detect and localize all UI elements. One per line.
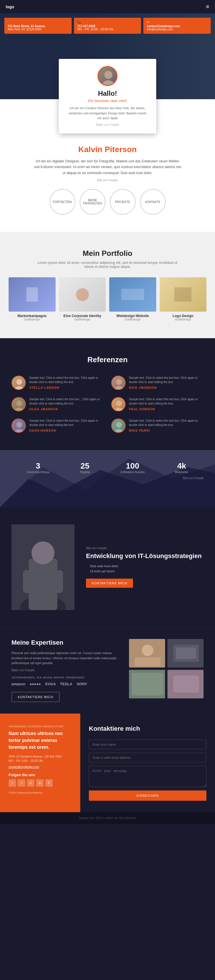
ref-name-3: OLGA JMANOVA bbox=[29, 407, 104, 411]
email-line1: contact@mydesign.com bbox=[147, 25, 207, 28]
expertise-photo-3 bbox=[129, 670, 165, 698]
stat-item-3: 100 Zufriedene Kunden bbox=[120, 461, 145, 474]
ref-text-1: Sample text. Click to select the text bo… bbox=[29, 375, 104, 384]
brand-tesla: TESLA bbox=[60, 682, 72, 686]
svg-rect-22 bbox=[56, 570, 63, 593]
stat-label-1: Cover Abschlüsse bbox=[27, 471, 50, 474]
portfolio-item-1[interactable]: Markenkampagne Grafikdesign bbox=[9, 277, 56, 321]
contact-col: Kontaktiere mich EINREICHEN bbox=[80, 714, 215, 812]
it-list-item-1: Duis aute irure dolor bbox=[86, 564, 202, 568]
contact-title: Kontaktiere mich bbox=[89, 725, 206, 732]
portfolio-cat-4: Grafikdesign bbox=[160, 318, 207, 321]
social-pinterest[interactable]: P bbox=[45, 779, 53, 787]
ref-name-1: STELLA LARSON bbox=[29, 386, 104, 389]
footer-text: Sample text. Click to select the Text El… bbox=[11, 816, 204, 819]
social-google[interactable]: G bbox=[27, 779, 34, 787]
about-name: Kalvin Piterson bbox=[17, 145, 198, 154]
portfolio-title-2: Eine Corporate Identity bbox=[59, 314, 106, 318]
stat-label-3: Zufriedene Kunden bbox=[120, 471, 145, 474]
social-twitter[interactable]: ✓ bbox=[18, 779, 25, 787]
social-facebook[interactable]: f bbox=[9, 779, 16, 787]
profile-subtitle: Ein bisschen über mich bbox=[67, 99, 148, 103]
expertise-contact-button[interactable]: KONTAKTIERE MICH bbox=[11, 692, 59, 702]
contact-email-input[interactable] bbox=[89, 753, 206, 762]
expertise-text: Placerat orci nulla pellentesque digniss… bbox=[11, 651, 117, 666]
bottom-section: ABONNIERE UNSEREN NEWSLETTER Nam ultrice… bbox=[0, 714, 215, 812]
hamburger-menu-icon[interactable]: ≡ bbox=[206, 3, 209, 10]
newsletter-email[interactable]: contact@mydesign.com bbox=[9, 765, 72, 768]
photo-grid bbox=[129, 639, 204, 698]
logo: logo bbox=[6, 5, 14, 9]
portfolio-title-1: Markenkampagne bbox=[9, 314, 56, 318]
ref-avatar-2 bbox=[111, 375, 125, 390]
stats-bar: 3 Cover Abschlüsse 25 Projekte 100 Zufri… bbox=[11, 461, 204, 474]
brand-sony: SONY bbox=[77, 682, 87, 686]
newsletter-address: 3045-19 Sunshine Avenue, +29 456-7890 bbox=[9, 755, 72, 758]
expertise-photo-2 bbox=[167, 639, 204, 668]
portfolio-thumb-4 bbox=[160, 277, 207, 312]
ref-name-4: PAUL HOBSON bbox=[129, 407, 204, 411]
svg-point-6 bbox=[16, 401, 22, 406]
social-linkedin[interactable]: in bbox=[36, 779, 43, 787]
stat-item-4: 4k Mitarbeiter bbox=[175, 461, 188, 474]
portfolio-thumb-1 bbox=[9, 277, 56, 312]
contact-submit-button[interactable]: EINREICHEN bbox=[89, 791, 206, 801]
svg-rect-25 bbox=[135, 657, 160, 666]
portfolio-item-4[interactable]: Logo Design Grafikdesign bbox=[160, 277, 207, 321]
portfolio-item-2[interactable]: Eine Corporate Identity Grafikdesign bbox=[59, 277, 106, 321]
stat-num-2: 25 bbox=[80, 461, 90, 471]
ref-avatar-3 bbox=[11, 397, 26, 411]
stat-num-3: 100 bbox=[120, 461, 145, 471]
btn-fahigkeiten[interactable]: MEINE FÄHIGKEITEN bbox=[80, 189, 106, 215]
svg-rect-21 bbox=[23, 570, 30, 593]
contact-message-input[interactable] bbox=[89, 766, 206, 787]
expertise-content: Meine Expertisen Placerat orci nulla pel… bbox=[11, 639, 117, 702]
svg-point-12 bbox=[116, 422, 122, 428]
newsletter-disclaimer: ©2024 Datenschutzerklärung bbox=[9, 791, 72, 795]
brand-2: ●●●●● bbox=[29, 682, 41, 686]
ref-item-3: Sample text. Click to select the text bo… bbox=[11, 397, 104, 411]
profile-credit: Bilder von Freepik bbox=[67, 123, 148, 126]
ref-item-4: Sample text. Click to select the text bo… bbox=[111, 397, 204, 411]
ref-text-5: Sample text. Click to select the text bo… bbox=[29, 418, 104, 427]
references-grid: Sample text. Click to select the text bo… bbox=[11, 375, 204, 433]
email-line2: info@mydesign.com bbox=[147, 28, 207, 31]
svg-point-24 bbox=[142, 645, 153, 656]
references-section: Referenzen Sample text. Click to select … bbox=[0, 338, 215, 450]
ref-content-5: Sample text. Click to select the text bo… bbox=[29, 418, 104, 432]
newsletter-title: Nam ultrices ultrices nec tortor pulvina… bbox=[9, 730, 72, 751]
phone-icon: 📞 bbox=[77, 21, 138, 24]
contact-email: ✉ contact@mydesign.com info@mydesign.com bbox=[143, 18, 211, 34]
portfolio-item-3[interactable]: Webdesign-Website Grafikdesign bbox=[109, 277, 156, 321]
portfolio-grid: Markenkampagne Grafikdesign Eine Corpora… bbox=[9, 277, 206, 321]
btn-projekte[interactable]: PROJEKTE bbox=[110, 189, 136, 215]
btn-fortsetzen[interactable]: FORTSETZEN bbox=[50, 189, 75, 215]
svg-rect-19 bbox=[29, 558, 57, 610]
ref-content-1: Sample text. Click to select the text bo… bbox=[29, 375, 104, 389]
svg-point-2 bbox=[16, 379, 22, 385]
ref-item-5: Sample text. Click to select the text bo… bbox=[11, 418, 104, 433]
btn-kontakte[interactable]: KONTAKTE bbox=[140, 189, 166, 215]
it-photo bbox=[11, 524, 75, 610]
ref-name-5: DASH-HOBSON bbox=[29, 429, 104, 432]
ref-avatar-4 bbox=[111, 397, 125, 411]
it-title: Entwicklung von IT-Lösungsstrategien bbox=[86, 552, 202, 560]
expertise-credit: Bilder von Freepik bbox=[11, 669, 117, 672]
svg-rect-32 bbox=[173, 676, 199, 693]
contact-name-input[interactable] bbox=[89, 740, 206, 749]
stat-num-4: 4k bbox=[175, 461, 188, 471]
it-solutions-section: Bild von Freepik Entwicklung von IT-Lösu… bbox=[0, 507, 215, 627]
svg-point-8 bbox=[116, 401, 122, 406]
svg-point-5 bbox=[114, 386, 124, 390]
ref-content-3: Sample text. Click to select the text bo… bbox=[29, 397, 104, 411]
ref-avatar-1 bbox=[11, 375, 26, 390]
svg-rect-30 bbox=[132, 673, 164, 695]
stat-item-2: 25 Projekte bbox=[80, 461, 90, 474]
expertise-photo-4 bbox=[167, 670, 204, 698]
svg-point-20 bbox=[32, 541, 55, 564]
it-contact-button[interactable]: KONTAKTIERE MICH bbox=[86, 579, 133, 588]
ref-avatar-5 bbox=[11, 418, 26, 433]
portfolio-cat-2: Grafikdesign bbox=[59, 318, 106, 321]
address-icon: 📍 bbox=[8, 21, 68, 24]
newsletter-col: ABONNIERE UNSEREN NEWSLETTER Nam ultrice… bbox=[0, 714, 80, 812]
